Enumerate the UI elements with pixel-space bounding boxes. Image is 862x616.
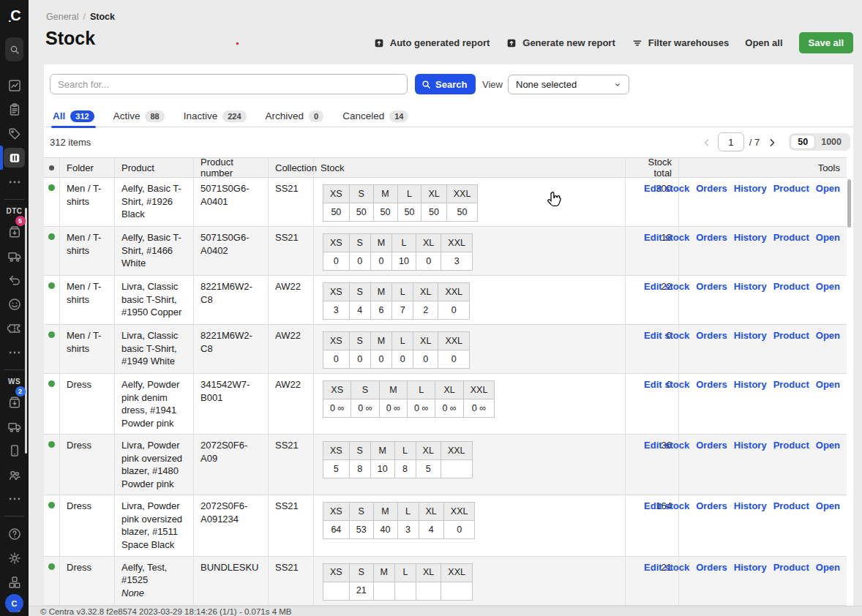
tab-all[interactable]: All312	[53, 105, 94, 127]
sidebar-item-more-icon[interactable]	[4, 489, 25, 508]
stock-qty-cell[interactable]: 0	[349, 252, 370, 271]
open-link[interactable]: Open	[816, 561, 840, 574]
stock-qty-cell[interactable]: 0 ∞	[435, 399, 463, 418]
auto-generated-report-button[interactable]: Auto generated report	[373, 37, 490, 49]
sidebar-item-shipping-icon[interactable]	[4, 416, 25, 436]
stock-qty-cell[interactable]: 50	[397, 203, 421, 222]
stock-qty-cell[interactable]: 0	[323, 252, 350, 271]
stock-qty-cell[interactable]: 0 ∞	[408, 399, 435, 418]
history-link[interactable]: History	[734, 378, 767, 391]
stock-qty-cell[interactable]: 0 ∞	[463, 399, 495, 418]
product-link[interactable]: Product	[773, 500, 809, 513]
stock-qty-cell[interactable]: 0 ∞	[323, 399, 351, 418]
orders-link[interactable]: Orders	[696, 182, 727, 195]
orders-link[interactable]: Orders	[696, 439, 727, 452]
edit-stock-link[interactable]: Edit stock	[644, 378, 689, 391]
sidebar-item-products-icon[interactable]	[4, 124, 25, 143]
page-size-50[interactable]: 50	[791, 135, 814, 149]
product-link[interactable]: Product	[773, 378, 809, 391]
orders-link[interactable]: Orders	[696, 378, 727, 391]
edit-stock-link[interactable]: Edit stock	[644, 182, 689, 195]
search-input[interactable]	[50, 74, 408, 94]
stock-qty-cell[interactable]: 64	[323, 521, 350, 539]
open-link[interactable]: Open	[816, 329, 840, 342]
sidebar-item-more-icon[interactable]	[4, 172, 25, 192]
sidebar-item-returns-icon[interactable]	[4, 270, 25, 290]
open-link[interactable]: Open	[816, 182, 840, 195]
table-scrollbar[interactable]	[847, 179, 851, 228]
open-link[interactable]: Open	[816, 378, 840, 391]
sidebar-item-vouchers-icon[interactable]	[4, 318, 25, 338]
edit-stock-link[interactable]: Edit stock	[644, 280, 689, 293]
stock-qty-cell[interactable]: 50	[446, 203, 478, 222]
prev-page-icon[interactable]	[700, 135, 713, 149]
open-all-button[interactable]: Open all	[745, 37, 782, 48]
history-link[interactable]: History	[734, 182, 767, 195]
product-link[interactable]: Product	[773, 439, 809, 452]
history-link[interactable]: History	[734, 500, 767, 513]
orders-link[interactable]: Orders	[696, 231, 727, 244]
sidebar-scrollbar[interactable]	[25, 208, 27, 454]
search-button[interactable]: Search	[415, 74, 476, 94]
stock-qty-cell[interactable]	[441, 582, 473, 600]
stock-qty-cell[interactable]: 50	[421, 203, 446, 222]
stock-qty-cell[interactable]	[441, 460, 472, 478]
orders-link[interactable]: Orders	[696, 500, 727, 513]
history-link[interactable]: History	[734, 329, 767, 342]
sidebar-item-customers-icon[interactable]	[4, 294, 25, 314]
stock-qty-cell[interactable]: 21	[349, 582, 373, 600]
page-size-1000[interactable]: 1000	[814, 135, 848, 149]
stock-qty-cell[interactable]	[395, 582, 416, 600]
stock-qty-cell[interactable]: 53	[349, 521, 373, 539]
tab-canceled[interactable]: Canceled14	[342, 105, 408, 127]
orders-link[interactable]: Orders	[696, 280, 727, 293]
edit-stock-link[interactable]: Edit stock	[644, 439, 689, 452]
orders-link[interactable]: Orders	[696, 561, 727, 574]
stock-qty-cell[interactable]: 3	[397, 521, 419, 539]
stock-qty-cell[interactable]: 50	[323, 203, 350, 222]
stock-qty-cell[interactable]	[373, 582, 394, 600]
filter-warehouses-button[interactable]: Filter warehouses	[631, 37, 730, 49]
edit-stock-link[interactable]: Edit stock	[644, 329, 689, 342]
stock-qty-cell[interactable]: 0	[323, 350, 350, 369]
sidebar-item-more-icon[interactable]	[4, 342, 25, 362]
sidebar-item-showroom-icon[interactable]	[4, 440, 25, 460]
history-link[interactable]: History	[734, 280, 767, 293]
sidebar-item-analytics-icon[interactable]	[4, 75, 25, 95]
stock-qty-cell[interactable]	[416, 582, 441, 600]
stock-qty-cell[interactable]: 50	[349, 203, 373, 222]
sidebar-item-integrations-icon[interactable]	[4, 572, 25, 592]
stock-qty-cell[interactable]: 10	[370, 460, 394, 478]
user-avatar[interactable]: C	[5, 594, 23, 612]
product-link[interactable]: Product	[773, 561, 809, 574]
sidebar-item-settings-icon[interactable]	[4, 548, 25, 568]
sidebar-item-help-icon[interactable]	[4, 524, 25, 544]
tab-active[interactable]: Active88	[113, 105, 165, 127]
open-link[interactable]: Open	[816, 231, 840, 244]
stock-qty-cell[interactable]: 0	[416, 252, 441, 271]
stock-qty-cell[interactable]: 7	[392, 301, 413, 320]
next-page-icon[interactable]	[765, 135, 778, 149]
history-link[interactable]: History	[734, 439, 767, 452]
page-number-input[interactable]	[718, 132, 744, 151]
stock-qty-cell[interactable]: 0	[438, 301, 470, 320]
save-all-button[interactable]: Save all	[799, 32, 853, 53]
stock-qty-cell[interactable]: 0	[438, 350, 470, 369]
stock-qty-cell[interactable]	[323, 582, 350, 600]
stock-qty-cell[interactable]: 50	[373, 203, 397, 222]
stock-qty-cell[interactable]: 0	[392, 350, 413, 369]
tab-inactive[interactable]: Inactive224	[184, 105, 247, 127]
stock-qty-cell[interactable]: 0 ∞	[351, 399, 379, 418]
stock-qty-cell[interactable]: 0	[370, 252, 391, 271]
open-link[interactable]: Open	[816, 500, 840, 513]
sidebar-item-orders-icon[interactable]	[4, 99, 25, 119]
sidebar-item-accounts-icon[interactable]	[4, 465, 25, 484]
stock-qty-cell[interactable]: 0	[370, 350, 391, 369]
stock-qty-cell[interactable]: 5	[416, 460, 441, 478]
stock-qty-cell[interactable]: 4	[349, 301, 370, 320]
stock-qty-cell[interactable]: 40	[373, 521, 397, 539]
stock-qty-cell[interactable]: 3	[441, 252, 473, 271]
stock-qty-cell[interactable]: 8	[394, 460, 416, 478]
open-link[interactable]: Open	[816, 280, 840, 293]
history-link[interactable]: History	[734, 561, 767, 574]
